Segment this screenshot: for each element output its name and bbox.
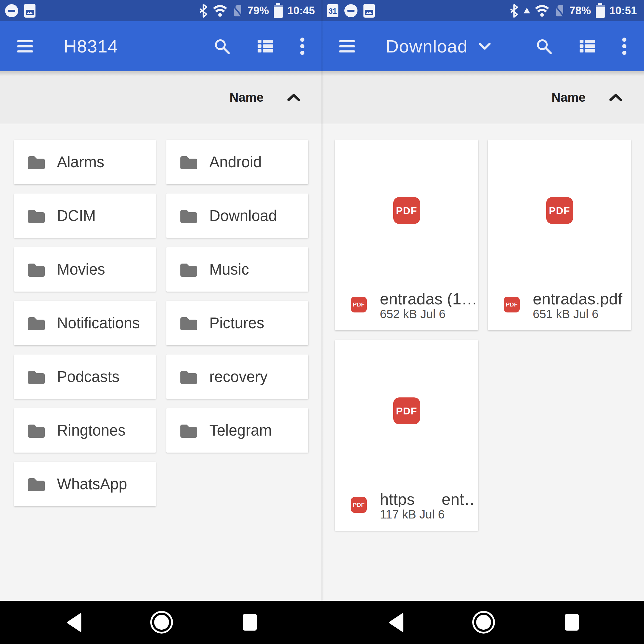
no-sim-icon — [232, 4, 243, 18]
recents-icon — [565, 614, 579, 631]
file-manager-download-pane: 31 — [322, 0, 644, 644]
file-name: entradas.pdf — [533, 291, 628, 307]
folder-title-dropdown[interactable]: Download — [386, 21, 491, 71]
folder-name: recovery — [209, 368, 268, 386]
file-name: https___ent… — [380, 491, 475, 507]
pdf-file-card[interactable]: PDF PDF https___ent… 117 kB Jul 6 — [335, 340, 478, 531]
vpn-triangle-icon — [524, 8, 530, 13]
hamburger-menu-button[interactable] — [13, 34, 37, 58]
folder-icon — [27, 370, 45, 384]
folder-card[interactable]: Podcasts — [14, 354, 156, 399]
page-title: Download — [386, 36, 468, 57]
folder-name: Movies — [57, 261, 105, 278]
folder-card[interactable]: recovery — [166, 354, 308, 399]
overflow-dots-icon — [300, 38, 304, 55]
pdf-file-card[interactable]: PDF PDF entradas (1… 652 kB Jul 6 — [335, 140, 478, 330]
overflow-dots-icon — [622, 38, 626, 55]
folder-name: Notifications — [57, 314, 140, 332]
nav-home-button[interactable] — [150, 611, 173, 634]
folder-card[interactable]: Notifications — [14, 301, 156, 345]
folder-card[interactable]: Music — [166, 247, 308, 292]
folder-name: Telegram — [209, 422, 272, 439]
overflow-menu-button[interactable] — [612, 34, 636, 58]
do-not-disturb-icon — [344, 4, 357, 17]
folder-card[interactable]: DCIM — [14, 193, 156, 238]
folder-card[interactable]: Ringtones — [14, 408, 156, 453]
folder-icon — [27, 477, 45, 491]
file-size-date: 652 kB Jul 6 — [380, 307, 475, 321]
folder-icon — [179, 423, 197, 438]
folder-grid: Alarms Android DCIM Download — [14, 140, 308, 506]
search-icon — [213, 38, 230, 55]
pdf-type-icon: PDF — [504, 297, 520, 312]
folder-card[interactable]: Telegram — [166, 408, 308, 453]
status-bar: 79% 10:45 — [0, 0, 322, 21]
folder-icon — [27, 423, 45, 438]
status-right-icons: 78% 10:51 — [509, 3, 637, 18]
battery-icon — [596, 3, 605, 18]
folder-icon — [27, 262, 45, 277]
search-button[interactable] — [210, 34, 234, 58]
view-list-icon — [580, 40, 595, 53]
wifi-icon — [213, 4, 227, 17]
file-size-date: 117 kB Jul 6 — [380, 507, 475, 521]
folder-name: Pictures — [209, 314, 264, 332]
folder-name: Podcasts — [57, 368, 120, 386]
sort-header: Name — [0, 71, 322, 124]
home-icon — [472, 611, 495, 634]
hamburger-menu-button[interactable] — [335, 34, 359, 58]
folder-name: Ringtones — [57, 422, 126, 439]
status-bar: 31 — [322, 0, 644, 21]
status-left-icons: 31 — [327, 4, 375, 18]
no-sim-icon — [554, 4, 565, 18]
nav-recents-button[interactable] — [243, 614, 257, 631]
pdf-file-icon: PDF — [393, 397, 420, 424]
hamburger-icon — [17, 40, 33, 52]
pdf-type-icon: PDF — [351, 497, 367, 513]
view-list-icon — [258, 40, 273, 53]
folder-icon — [179, 262, 197, 277]
sort-by-name-label[interactable]: Name — [552, 90, 586, 105]
back-icon — [66, 613, 82, 632]
file-size-date: 651 kB Jul 6 — [533, 307, 628, 321]
hamburger-icon — [339, 40, 355, 52]
folder-card[interactable]: WhatsApp — [14, 462, 156, 506]
folder-card[interactable]: Android — [166, 140, 308, 184]
app-bar: H8314 — [0, 21, 322, 71]
pdf-file-card[interactable]: PDF PDF entradas.pdf 651 kB Jul 6 — [488, 140, 631, 330]
search-button[interactable] — [532, 34, 556, 58]
overflow-menu-button[interactable] — [290, 34, 314, 58]
screenshot-image-icon — [363, 4, 375, 18]
folder-name: Android — [209, 153, 262, 171]
battery-percent: 78% — [569, 4, 591, 17]
nav-home-button[interactable] — [472, 611, 495, 634]
folder-card[interactable]: Alarms — [14, 140, 156, 184]
folder-icon — [27, 155, 45, 169]
do-not-disturb-icon — [5, 4, 18, 17]
status-right-icons: 79% 10:45 — [199, 3, 315, 18]
wifi-icon — [535, 4, 549, 17]
back-icon — [388, 613, 404, 632]
caret-up-icon[interactable] — [609, 93, 623, 102]
folder-icon — [179, 370, 197, 384]
app-bar: Download — [322, 21, 644, 71]
nav-back-button[interactable] — [61, 613, 87, 632]
screenshot-image-icon — [24, 4, 35, 18]
file-manager-internal-storage-pane: 79% 10:45 H8314 — [0, 0, 322, 644]
pdf-file-icon: PDF — [546, 197, 573, 224]
folder-name: WhatsApp — [57, 475, 127, 493]
folder-icon — [179, 316, 197, 330]
folder-card[interactable]: Download — [166, 193, 308, 238]
view-list-button[interactable] — [575, 34, 599, 58]
status-left-icons — [5, 4, 35, 18]
folder-card[interactable]: Movies — [14, 247, 156, 292]
folder-icon — [27, 209, 45, 223]
view-list-button[interactable] — [253, 34, 277, 58]
folder-name: Alarms — [57, 153, 104, 171]
caret-up-icon[interactable] — [287, 93, 301, 102]
nav-back-button[interactable] — [383, 613, 409, 632]
folder-card[interactable]: Pictures — [166, 301, 308, 345]
sort-by-name-label[interactable]: Name — [230, 90, 264, 105]
nav-recents-button[interactable] — [565, 614, 579, 631]
file-grid: PDF PDF entradas (1… 652 kB Jul 6 PDF PD… — [335, 140, 631, 531]
